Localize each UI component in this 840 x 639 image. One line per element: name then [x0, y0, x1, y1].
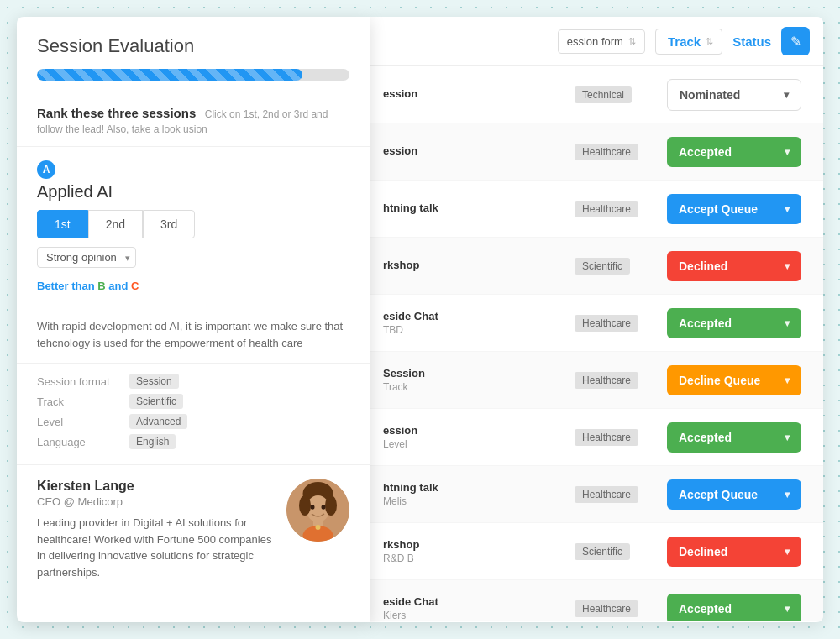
track-badge: Technical — [575, 86, 632, 103]
svg-point-5 — [311, 505, 315, 510]
track-badge: Healthcare — [575, 144, 638, 160]
row-status: Accepted ▾ — [667, 308, 810, 338]
table-row: htning talk Healthcare Accept Queue ▾ — [370, 181, 823, 238]
row-track: Healthcare — [575, 315, 667, 332]
presenter-info: Kiersten Lange CEO @ Medicorp Leading pr… — [37, 479, 275, 580]
row-title: htning talk — [383, 481, 575, 494]
status-label: Accept Queue — [679, 202, 758, 216]
rank-btn-1st[interactable]: 1st — [37, 210, 88, 238]
meta-value-level: Advanced — [129, 414, 187, 429]
status-dropdown[interactable]: Accepted ▾ — [667, 308, 801, 338]
row-main: rkshop — [383, 259, 575, 273]
row-subtitle: TBD — [383, 324, 575, 336]
dropdown-arrow-icon: ▾ — [785, 317, 790, 329]
dropdown-arrow-icon: ▾ — [785, 260, 790, 272]
row-status: Accept Queue ▾ — [667, 194, 810, 224]
dropdown-arrow-icon: ▾ — [785, 203, 790, 215]
row-main: ession — [383, 87, 575, 102]
row-status: Nominated ▾ — [667, 79, 810, 111]
track-sort[interactable]: Track ⇅ — [655, 29, 722, 55]
opinion-wrapper[interactable]: Strong opinion Weak opinion — [37, 247, 136, 268]
row-main: htning talk Melis — [383, 481, 575, 507]
row-main: ession — [383, 144, 575, 159]
row-track: Healthcare — [575, 144, 667, 160]
row-track: Healthcare — [575, 201, 667, 217]
avatar-image — [286, 479, 349, 542]
row-track: Healthcare — [575, 372, 667, 389]
row-status: Accepted ▾ — [667, 137, 810, 167]
status-dropdown[interactable]: Accepted ▾ — [667, 137, 801, 167]
track-badge: Healthcare — [575, 372, 638, 389]
row-status: Declined ▾ — [667, 537, 810, 567]
table-row: htning talk Melis Healthcare Accept Queu… — [370, 466, 823, 523]
row-subtitle: Track — [383, 381, 575, 393]
meta-value-track: Scientific — [129, 394, 183, 409]
better-than: Better than B and C — [37, 280, 349, 292]
row-title: ession — [383, 144, 575, 157]
session-meta: Session format Session Track Scientific … — [17, 364, 370, 465]
row-main: htning talk — [383, 202, 575, 216]
better-than-ref: B and C — [97, 280, 139, 292]
status-dropdown[interactable]: Accept Queue ▾ — [667, 479, 801, 510]
dropdown-arrow-icon: ▾ — [784, 89, 789, 101]
meta-label-level: Level — [37, 416, 129, 428]
track-badge: Healthcare — [575, 429, 638, 446]
rank-btn-3rd[interactable]: 3rd — [143, 210, 195, 238]
avatar — [286, 479, 349, 542]
status-dropdown[interactable]: Nominated ▾ — [667, 79, 801, 111]
status-dropdown[interactable]: Accepted ▾ — [667, 422, 801, 453]
table-body: ession Technical Nominated ▾ ession Heal… — [370, 66, 823, 621]
row-main: Session Track — [383, 367, 575, 393]
track-badge: Healthcare — [575, 486, 638, 503]
dropdown-arrow-icon: ▾ — [785, 146, 790, 158]
row-track: Scientific — [575, 543, 667, 560]
table-row: rkshop Scientific Declined ▾ — [370, 238, 823, 295]
status-dropdown[interactable]: Declined ▾ — [667, 537, 801, 567]
progress-bar-container — [37, 69, 349, 81]
status-label: Accepted — [679, 317, 732, 330]
meta-row-track: Track Scientific — [37, 394, 349, 409]
rank-btn-2nd[interactable]: 2nd — [88, 210, 143, 238]
progress-bar-fill — [37, 69, 302, 81]
meta-label-language: Language — [37, 436, 129, 448]
row-track: Healthcare — [575, 600, 667, 617]
session-form-label: ession form — [567, 35, 623, 48]
dropdown-arrow-icon: ▾ — [785, 489, 790, 500]
table-row: ession Healthcare Accepted ▾ — [370, 123, 823, 181]
row-main: eside Chat Kiers — [383, 595, 575, 621]
row-status: Accepted ▾ — [667, 422, 810, 453]
rank-section: Rank these three sessions Click on 1st, … — [17, 91, 370, 147]
track-badge: Healthcare — [575, 201, 638, 217]
svg-point-4 — [325, 495, 337, 516]
session-description: With rapid development od AI, it is impo… — [17, 306, 370, 364]
meta-value-language: English — [129, 434, 176, 449]
status-dropdown[interactable]: Decline Queue ▾ — [667, 365, 801, 395]
status-dropdown[interactable]: Accept Queue ▾ — [667, 194, 801, 224]
session-form-sort[interactable]: ession form ⇅ — [558, 29, 645, 54]
svg-point-6 — [322, 505, 326, 510]
status-dropdown[interactable]: Accepted ▾ — [667, 594, 801, 622]
svg-point-3 — [299, 495, 311, 516]
row-title: eside Chat — [383, 310, 575, 322]
meta-value-format: Session — [129, 374, 179, 389]
row-subtitle: Kiers — [383, 610, 575, 621]
dropdown-arrow-icon: ▾ — [785, 603, 790, 615]
page-title: Session Evaluation — [37, 35, 349, 57]
edit-button[interactable]: ✎ — [781, 27, 810, 55]
table-row: ession Level Healthcare Accepted ▾ — [370, 409, 823, 466]
track-badge: Healthcare — [575, 315, 638, 332]
row-title: ession — [383, 87, 575, 100]
left-panel-header: Session Evaluation — [17, 17, 370, 91]
track-badge: Healthcare — [575, 600, 638, 617]
row-status: Accepted ▾ — [667, 594, 810, 622]
status-dropdown[interactable]: Declined ▾ — [667, 251, 801, 281]
status-label: Accept Queue — [679, 488, 758, 501]
edit-icon: ✎ — [790, 34, 801, 50]
table-row: Session Track Healthcare Decline Queue ▾ — [370, 352, 823, 409]
row-subtitle: Level — [383, 438, 575, 450]
row-title: htning talk — [383, 202, 575, 214]
track-sort-arrows-icon: ⇅ — [706, 36, 713, 47]
session-card-a: A Applied AI 1st 2nd 3rd Strong opinion … — [17, 147, 370, 306]
opinion-select[interactable]: Strong opinion Weak opinion — [37, 247, 136, 268]
row-track: Healthcare — [575, 429, 667, 446]
